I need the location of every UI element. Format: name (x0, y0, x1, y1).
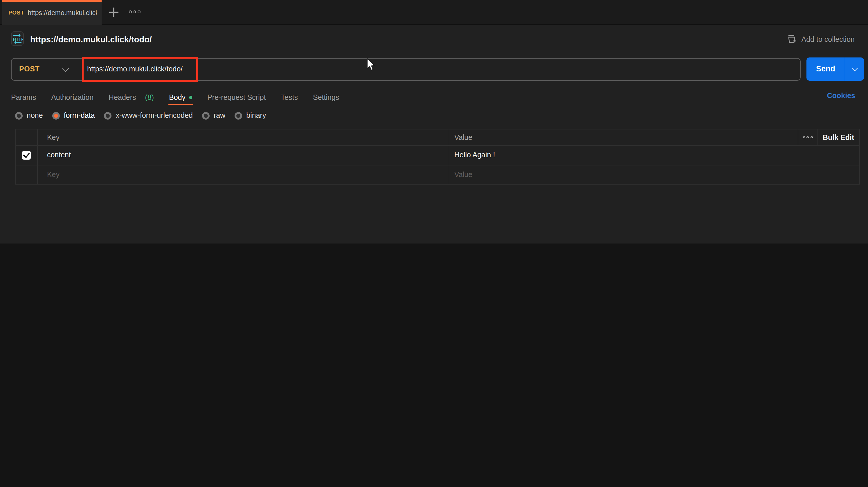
row-checkbox-cell (16, 165, 38, 184)
row-value-input[interactable]: Hello Again ! (448, 146, 860, 165)
tab-settings[interactable]: Settings (313, 93, 339, 102)
table-row: content Hello Again ! (16, 146, 860, 165)
radio-icon (202, 112, 210, 119)
tab-headers[interactable]: Headers (8) (108, 93, 154, 102)
tab-method-badge: POST (8, 9, 24, 16)
body-type-raw[interactable]: raw (202, 111, 225, 120)
method-selector[interactable]: POST (19, 58, 39, 80)
tab-title: https://demo.mukul.click (28, 9, 97, 16)
body-type-binary[interactable]: binary (235, 111, 266, 120)
mouse-cursor (366, 58, 376, 71)
send-button-group: Send (806, 58, 864, 80)
value-column-header: Value (448, 129, 798, 145)
new-key-input[interactable]: Key (38, 165, 448, 184)
tab-params[interactable]: Params (11, 93, 36, 102)
radio-icon (235, 112, 242, 119)
headers-count: (8) (145, 93, 154, 102)
select-all-cell (16, 129, 38, 145)
tab-body[interactable]: Body (169, 93, 192, 102)
row-key-input[interactable]: content (38, 146, 448, 165)
add-to-collection-label: Add to collection (802, 35, 855, 43)
body-type-x-www-form-urlencoded[interactable]: x-www-form-urlencoded (104, 111, 193, 120)
tab-tests[interactable]: Tests (281, 93, 298, 102)
request-tab[interactable]: POST https://demo.mukul.click (2, 0, 101, 25)
app-window: POST https://demo.mukul.click HTTP https… (0, 0, 868, 244)
body-type-selector: none form-data x-www-form-urlencoded raw… (15, 111, 266, 120)
body-modified-dot (189, 96, 192, 99)
tab-pre-request-script[interactable]: Pre-request Script (207, 93, 266, 102)
tab-authorization[interactable]: Authorization (51, 93, 93, 102)
radio-icon (15, 112, 23, 119)
body-type-form-data[interactable]: form-data (52, 111, 95, 120)
table-placeholder-row: Key Value (16, 165, 860, 185)
tab-more-options-icon[interactable] (129, 10, 140, 13)
svg-text:HTTP: HTTP (13, 36, 23, 41)
request-tabs: Params Authorization Headers (8) Body Pr… (11, 91, 339, 104)
add-to-collection-button[interactable]: Add to collection (788, 35, 855, 44)
http-request-icon: HTTP (11, 31, 24, 46)
send-button[interactable]: Send (806, 58, 845, 80)
send-chevron-down-icon (852, 65, 858, 71)
table-more-options-icon[interactable] (798, 129, 818, 145)
new-value-input[interactable]: Value (448, 165, 860, 184)
row-checkbox-checked[interactable] (22, 151, 30, 160)
key-column-header: Key (38, 129, 448, 145)
bulk-edit-button[interactable]: Bulk Edit (818, 129, 860, 145)
send-options-button[interactable] (845, 58, 864, 80)
row-checkbox-cell (16, 146, 38, 165)
cookies-link[interactable]: Cookies (827, 92, 855, 100)
annotation-highlight-rectangle (82, 57, 198, 82)
body-type-none[interactable]: none (15, 111, 43, 120)
radio-selected-icon (52, 112, 60, 119)
collection-add-icon (788, 35, 798, 44)
tab-bar: POST https://demo.mukul.click (0, 0, 868, 25)
new-tab-button plus-icon[interactable] (109, 7, 119, 17)
radio-icon (104, 112, 112, 119)
request-title: https://demo.mukul.click/todo/ (30, 35, 152, 44)
table-header-row: Key Value Bulk Edit (16, 129, 860, 146)
form-data-table: Key Value Bulk Edit content Hello Again … (15, 129, 860, 185)
